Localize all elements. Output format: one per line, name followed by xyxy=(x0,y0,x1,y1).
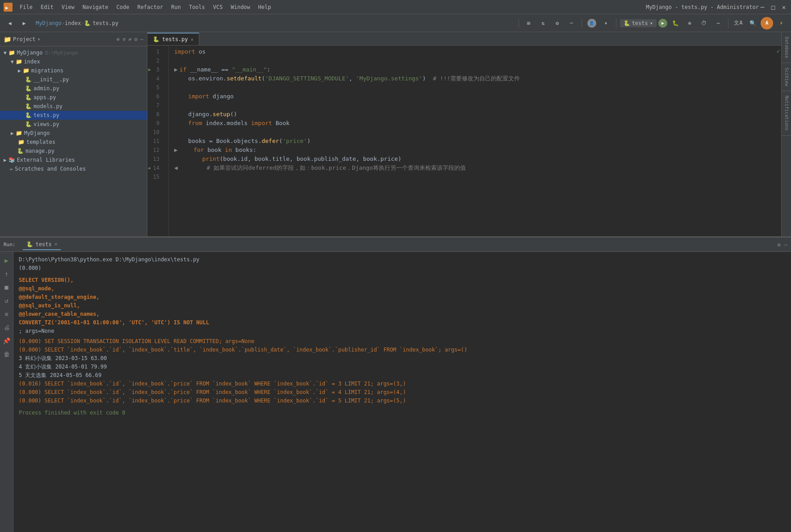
root-path: D:\MyDjango xyxy=(45,50,78,56)
menu-file[interactable]: File xyxy=(16,3,36,11)
translate-button[interactable]: 文A xyxy=(732,17,745,29)
run-up-btn[interactable]: ↑ xyxy=(2,269,12,279)
breadcrumb-project[interactable]: MyDjango xyxy=(36,20,62,26)
user-avatar[interactable]: A xyxy=(761,17,773,29)
run-tab-tests[interactable]: 🐍 tests ✕ xyxy=(23,239,61,250)
tree-item-admin[interactable]: 🐍 admin.py xyxy=(0,84,147,93)
run-play-btn[interactable]: ▶ xyxy=(2,256,12,265)
run-minimize-icon[interactable]: — xyxy=(784,242,787,248)
run-config-dropdown[interactable]: ▾ xyxy=(650,20,653,26)
close-icon[interactable]: — xyxy=(140,36,143,42)
fold-arrow-12[interactable]: ▶ xyxy=(174,146,178,155)
menu-navigate[interactable]: Navigate xyxy=(79,3,112,11)
minimize-button[interactable]: ─ xyxy=(759,4,766,11)
run-stack-btn[interactable]: ≡ xyxy=(2,309,12,319)
run-settings-icon[interactable]: ⚙ xyxy=(778,242,781,248)
menu-help[interactable]: Help xyxy=(255,3,275,11)
tree-item-templates[interactable]: 📁 templates xyxy=(0,138,147,147)
tests-icon: 🐍 xyxy=(25,112,32,118)
index-label: index xyxy=(24,59,40,65)
maximize-button[interactable]: □ xyxy=(770,4,777,11)
fold-arrow-14[interactable]: ◀ xyxy=(174,163,178,172)
views-icon: 🐍 xyxy=(25,121,32,127)
sort-button[interactable]: ⇅ xyxy=(537,17,549,29)
run-tab-close[interactable]: ✕ xyxy=(54,241,58,247)
dropdown-btn[interactable]: ▾ xyxy=(600,17,612,29)
run-stop-btn[interactable]: ■ xyxy=(2,282,12,292)
settings-button[interactable]: ⚙ xyxy=(551,17,564,29)
plugin-button[interactable]: ⚡ xyxy=(775,17,787,29)
editor-main: 🐍 tests.py ✕ 1 2 3 ▶ 4 5 6 7 8 xyxy=(147,32,781,236)
tree-item-external[interactable]: ▶ 📚 External Libraries xyxy=(0,155,147,164)
fold-indicator-3[interactable]: ▶ xyxy=(148,65,151,74)
code-content[interactable]: import os ▶ if __name__ == "__main__" : xyxy=(169,46,776,236)
structure-button[interactable]: ⊞ xyxy=(523,17,535,29)
fold-arrow-3[interactable]: ▶ xyxy=(174,65,178,74)
run-pin-btn[interactable]: 📌 xyxy=(2,336,12,346)
ln-1: 1 xyxy=(147,47,163,56)
profile-button[interactable]: ⏱ xyxy=(698,17,710,29)
code-line-7 xyxy=(174,101,776,110)
tree-item-scratches[interactable]: ✏️ Scratches and Consoles xyxy=(0,164,147,173)
close-button[interactable]: ✕ xyxy=(780,4,787,11)
close-panel-button[interactable]: ─ xyxy=(565,17,578,29)
run-config[interactable]: 🐍 tests ▾ xyxy=(620,19,657,27)
run-output-args-none: ; args=None xyxy=(19,327,786,335)
diff-icon[interactable]: ≠ xyxy=(128,36,131,42)
run-print-btn[interactable]: 🖨 xyxy=(2,323,12,332)
breadcrumb-index[interactable]: index xyxy=(65,20,81,26)
code-line-14: ◀ # 如果尝试访问deferred的字段，如：book.price，Djang… xyxy=(174,163,776,172)
code-line-3: ▶ if __name__ == "__main__" : xyxy=(174,65,776,74)
add-icon[interactable]: ⊕ xyxy=(117,36,120,42)
menu-vcs[interactable]: VCS xyxy=(209,3,226,11)
tree-item-apps[interactable]: 🐍 apps.py xyxy=(0,93,147,102)
tree-item-root[interactable]: ▼ 📁 MyDjango D:\MyDjango xyxy=(0,48,147,57)
init-label: __init__.py xyxy=(33,76,69,83)
models-icon: 🐍 xyxy=(25,103,32,109)
tab-close[interactable]: ✕ xyxy=(191,37,194,42)
sciview-panel-label[interactable]: SciView xyxy=(782,63,791,91)
tab-tests[interactable]: 🐍 tests.py ✕ xyxy=(147,33,199,45)
menu-code[interactable]: Code xyxy=(113,3,133,11)
coverage-button[interactable]: ⊕ xyxy=(683,17,696,29)
tests-label: tests.py xyxy=(33,112,59,118)
project-label: Project xyxy=(13,36,36,42)
forward-button[interactable]: ▶ xyxy=(18,17,30,29)
fold-indicator-14[interactable]: ◀ xyxy=(148,163,150,172)
window-controls: ─ □ ✕ xyxy=(759,4,787,11)
title-bar: ▶ File Edit View Navigate Code Refactor … xyxy=(0,0,791,14)
search-button[interactable]: 🔍 xyxy=(746,17,759,29)
tree-item-views[interactable]: 🐍 views.py xyxy=(0,120,147,129)
admin-icon: 🐍 xyxy=(25,85,32,92)
tree-item-index[interactable]: ▼ 📁 index xyxy=(0,57,147,66)
menu-run[interactable]: Run xyxy=(167,3,184,11)
run-trash-btn[interactable]: 🗑 xyxy=(2,349,12,359)
menu-tools[interactable]: Tools xyxy=(185,3,209,11)
run-button[interactable]: ▶ xyxy=(658,19,667,28)
notifications-panel-label[interactable]: Notifications xyxy=(782,91,791,135)
migrations-expand: ▶ xyxy=(18,68,21,74)
collapse-icon[interactable]: ⇈ xyxy=(122,36,126,42)
menu-edit[interactable]: Edit xyxy=(37,3,57,11)
debug-button[interactable]: 🐛 xyxy=(669,17,682,29)
toolbar-sep4 xyxy=(728,19,728,28)
run-output[interactable]: D:\Python\Python38\python.exe D:\MyDjang… xyxy=(13,252,791,532)
tree-item-models[interactable]: 🐍 models.py xyxy=(0,102,147,111)
back-button[interactable]: ◀ xyxy=(4,17,16,29)
dropdown-arrow[interactable]: ▾ xyxy=(38,36,41,42)
tree-item-init[interactable]: 🐍 __init__.py xyxy=(0,75,147,84)
run-rerun-btn[interactable]: ↺ xyxy=(2,296,12,306)
tree-item-tests[interactable]: 🐍 tests.py xyxy=(0,111,147,120)
menu-refactor[interactable]: Refactor xyxy=(134,3,167,11)
database-panel-label[interactable]: Database xyxy=(782,32,791,63)
tree-item-migrations[interactable]: ▶ 📁 migrations xyxy=(0,66,147,75)
settings-icon[interactable]: ⚙ xyxy=(134,36,138,42)
user-profile[interactable]: 👤 xyxy=(586,17,598,29)
menu-view[interactable]: View xyxy=(58,3,78,11)
tree-item-mydjango2[interactable]: ▶ 📁 MyDjango xyxy=(0,129,147,138)
code-line-2 xyxy=(174,56,776,65)
tree-item-manage[interactable]: 🐍 manage.py xyxy=(0,147,147,155)
main-layout: 📁 Project ▾ ⊕ ⇈ ≠ ⚙ — ▼ 📁 My xyxy=(0,32,791,532)
menu-window[interactable]: Window xyxy=(227,3,254,11)
more-run-button[interactable]: ⋯ xyxy=(712,17,724,29)
